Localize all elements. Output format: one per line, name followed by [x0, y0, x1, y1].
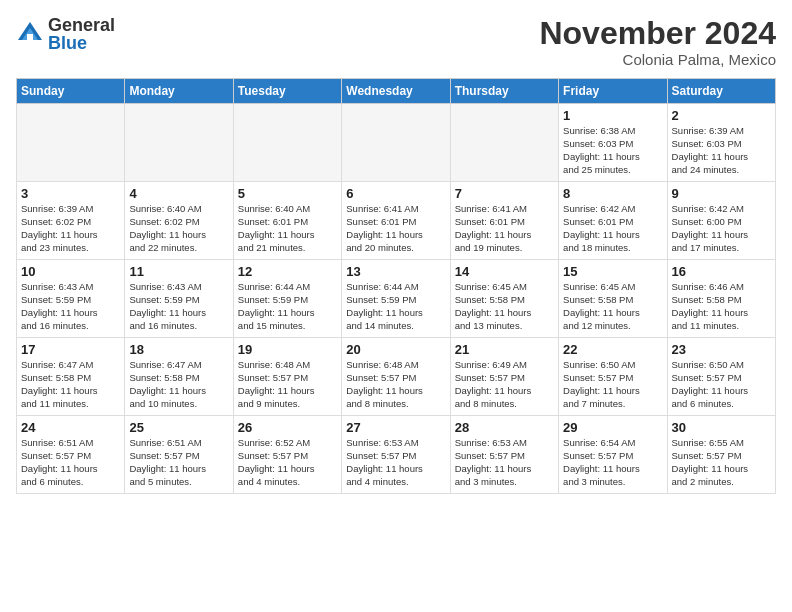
- day-info: Sunrise: 6:50 AM Sunset: 5:57 PM Dayligh…: [672, 359, 771, 410]
- week-row-3: 17Sunrise: 6:47 AM Sunset: 5:58 PM Dayli…: [17, 338, 776, 416]
- day-info: Sunrise: 6:41 AM Sunset: 6:01 PM Dayligh…: [346, 203, 445, 254]
- day-number: 16: [672, 264, 771, 279]
- calendar-cell: 6Sunrise: 6:41 AM Sunset: 6:01 PM Daylig…: [342, 182, 450, 260]
- day-number: 18: [129, 342, 228, 357]
- day-info: Sunrise: 6:47 AM Sunset: 5:58 PM Dayligh…: [21, 359, 120, 410]
- calendar-cell: 18Sunrise: 6:47 AM Sunset: 5:58 PM Dayli…: [125, 338, 233, 416]
- day-info: Sunrise: 6:55 AM Sunset: 5:57 PM Dayligh…: [672, 437, 771, 488]
- month-title: November 2024: [539, 16, 776, 51]
- day-number: 19: [238, 342, 337, 357]
- calendar-cell: 11Sunrise: 6:43 AM Sunset: 5:59 PM Dayli…: [125, 260, 233, 338]
- day-info: Sunrise: 6:48 AM Sunset: 5:57 PM Dayligh…: [346, 359, 445, 410]
- day-number: 5: [238, 186, 337, 201]
- day-number: 29: [563, 420, 662, 435]
- calendar-cell: 21Sunrise: 6:49 AM Sunset: 5:57 PM Dayli…: [450, 338, 558, 416]
- calendar-cell: 5Sunrise: 6:40 AM Sunset: 6:01 PM Daylig…: [233, 182, 341, 260]
- header-saturday: Saturday: [667, 79, 775, 104]
- day-number: 27: [346, 420, 445, 435]
- day-info: Sunrise: 6:39 AM Sunset: 6:02 PM Dayligh…: [21, 203, 120, 254]
- logo-blue-label: Blue: [48, 34, 115, 52]
- day-info: Sunrise: 6:42 AM Sunset: 6:01 PM Dayligh…: [563, 203, 662, 254]
- calendar-cell: 25Sunrise: 6:51 AM Sunset: 5:57 PM Dayli…: [125, 416, 233, 494]
- calendar-cell: [450, 104, 558, 182]
- logo-text: General Blue: [48, 16, 115, 52]
- header-tuesday: Tuesday: [233, 79, 341, 104]
- logo-icon: [16, 20, 44, 48]
- header-row: SundayMondayTuesdayWednesdayThursdayFrid…: [17, 79, 776, 104]
- day-number: 14: [455, 264, 554, 279]
- calendar-cell: 30Sunrise: 6:55 AM Sunset: 5:57 PM Dayli…: [667, 416, 775, 494]
- day-number: 1: [563, 108, 662, 123]
- calendar-cell: 2Sunrise: 6:39 AM Sunset: 6:03 PM Daylig…: [667, 104, 775, 182]
- calendar-cell: 10Sunrise: 6:43 AM Sunset: 5:59 PM Dayli…: [17, 260, 125, 338]
- header: General Blue November 2024 Colonia Palma…: [16, 16, 776, 68]
- calendar-cell: 28Sunrise: 6:53 AM Sunset: 5:57 PM Dayli…: [450, 416, 558, 494]
- calendar-table: SundayMondayTuesdayWednesdayThursdayFrid…: [16, 78, 776, 494]
- calendar-cell: 22Sunrise: 6:50 AM Sunset: 5:57 PM Dayli…: [559, 338, 667, 416]
- day-number: 3: [21, 186, 120, 201]
- title-area: November 2024 Colonia Palma, Mexico: [539, 16, 776, 68]
- day-info: Sunrise: 6:53 AM Sunset: 5:57 PM Dayligh…: [346, 437, 445, 488]
- calendar-cell: [342, 104, 450, 182]
- calendar-cell: 15Sunrise: 6:45 AM Sunset: 5:58 PM Dayli…: [559, 260, 667, 338]
- week-row-0: 1Sunrise: 6:38 AM Sunset: 6:03 PM Daylig…: [17, 104, 776, 182]
- day-number: 11: [129, 264, 228, 279]
- day-info: Sunrise: 6:45 AM Sunset: 5:58 PM Dayligh…: [455, 281, 554, 332]
- calendar-cell: 29Sunrise: 6:54 AM Sunset: 5:57 PM Dayli…: [559, 416, 667, 494]
- day-number: 9: [672, 186, 771, 201]
- day-number: 23: [672, 342, 771, 357]
- day-info: Sunrise: 6:42 AM Sunset: 6:00 PM Dayligh…: [672, 203, 771, 254]
- header-thursday: Thursday: [450, 79, 558, 104]
- day-number: 17: [21, 342, 120, 357]
- day-info: Sunrise: 6:43 AM Sunset: 5:59 PM Dayligh…: [129, 281, 228, 332]
- day-info: Sunrise: 6:51 AM Sunset: 5:57 PM Dayligh…: [129, 437, 228, 488]
- calendar-cell: 13Sunrise: 6:44 AM Sunset: 5:59 PM Dayli…: [342, 260, 450, 338]
- header-friday: Friday: [559, 79, 667, 104]
- day-number: 15: [563, 264, 662, 279]
- week-row-2: 10Sunrise: 6:43 AM Sunset: 5:59 PM Dayli…: [17, 260, 776, 338]
- calendar-cell: 7Sunrise: 6:41 AM Sunset: 6:01 PM Daylig…: [450, 182, 558, 260]
- calendar-cell: [17, 104, 125, 182]
- day-number: 20: [346, 342, 445, 357]
- calendar-page: General Blue November 2024 Colonia Palma…: [0, 0, 792, 506]
- day-number: 2: [672, 108, 771, 123]
- calendar-cell: 27Sunrise: 6:53 AM Sunset: 5:57 PM Dayli…: [342, 416, 450, 494]
- calendar-cell: 12Sunrise: 6:44 AM Sunset: 5:59 PM Dayli…: [233, 260, 341, 338]
- logo-general-label: General: [48, 16, 115, 34]
- calendar-cell: 24Sunrise: 6:51 AM Sunset: 5:57 PM Dayli…: [17, 416, 125, 494]
- day-info: Sunrise: 6:47 AM Sunset: 5:58 PM Dayligh…: [129, 359, 228, 410]
- day-number: 21: [455, 342, 554, 357]
- logo: General Blue: [16, 16, 115, 52]
- calendar-cell: 17Sunrise: 6:47 AM Sunset: 5:58 PM Dayli…: [17, 338, 125, 416]
- day-info: Sunrise: 6:39 AM Sunset: 6:03 PM Dayligh…: [672, 125, 771, 176]
- calendar-cell: 1Sunrise: 6:38 AM Sunset: 6:03 PM Daylig…: [559, 104, 667, 182]
- day-number: 13: [346, 264, 445, 279]
- calendar-cell: 26Sunrise: 6:52 AM Sunset: 5:57 PM Dayli…: [233, 416, 341, 494]
- day-info: Sunrise: 6:44 AM Sunset: 5:59 PM Dayligh…: [238, 281, 337, 332]
- day-number: 10: [21, 264, 120, 279]
- day-info: Sunrise: 6:41 AM Sunset: 6:01 PM Dayligh…: [455, 203, 554, 254]
- calendar-cell: [233, 104, 341, 182]
- calendar-cell: 23Sunrise: 6:50 AM Sunset: 5:57 PM Dayli…: [667, 338, 775, 416]
- day-info: Sunrise: 6:44 AM Sunset: 5:59 PM Dayligh…: [346, 281, 445, 332]
- day-number: 6: [346, 186, 445, 201]
- day-info: Sunrise: 6:43 AM Sunset: 5:59 PM Dayligh…: [21, 281, 120, 332]
- day-info: Sunrise: 6:40 AM Sunset: 6:02 PM Dayligh…: [129, 203, 228, 254]
- calendar-cell: 9Sunrise: 6:42 AM Sunset: 6:00 PM Daylig…: [667, 182, 775, 260]
- calendar-cell: 19Sunrise: 6:48 AM Sunset: 5:57 PM Dayli…: [233, 338, 341, 416]
- day-number: 12: [238, 264, 337, 279]
- calendar-cell: 4Sunrise: 6:40 AM Sunset: 6:02 PM Daylig…: [125, 182, 233, 260]
- day-info: Sunrise: 6:46 AM Sunset: 5:58 PM Dayligh…: [672, 281, 771, 332]
- day-info: Sunrise: 6:52 AM Sunset: 5:57 PM Dayligh…: [238, 437, 337, 488]
- day-info: Sunrise: 6:51 AM Sunset: 5:57 PM Dayligh…: [21, 437, 120, 488]
- day-number: 7: [455, 186, 554, 201]
- day-number: 26: [238, 420, 337, 435]
- day-info: Sunrise: 6:38 AM Sunset: 6:03 PM Dayligh…: [563, 125, 662, 176]
- calendar-cell: 16Sunrise: 6:46 AM Sunset: 5:58 PM Dayli…: [667, 260, 775, 338]
- day-number: 22: [563, 342, 662, 357]
- day-info: Sunrise: 6:50 AM Sunset: 5:57 PM Dayligh…: [563, 359, 662, 410]
- header-wednesday: Wednesday: [342, 79, 450, 104]
- week-row-4: 24Sunrise: 6:51 AM Sunset: 5:57 PM Dayli…: [17, 416, 776, 494]
- day-info: Sunrise: 6:54 AM Sunset: 5:57 PM Dayligh…: [563, 437, 662, 488]
- day-number: 24: [21, 420, 120, 435]
